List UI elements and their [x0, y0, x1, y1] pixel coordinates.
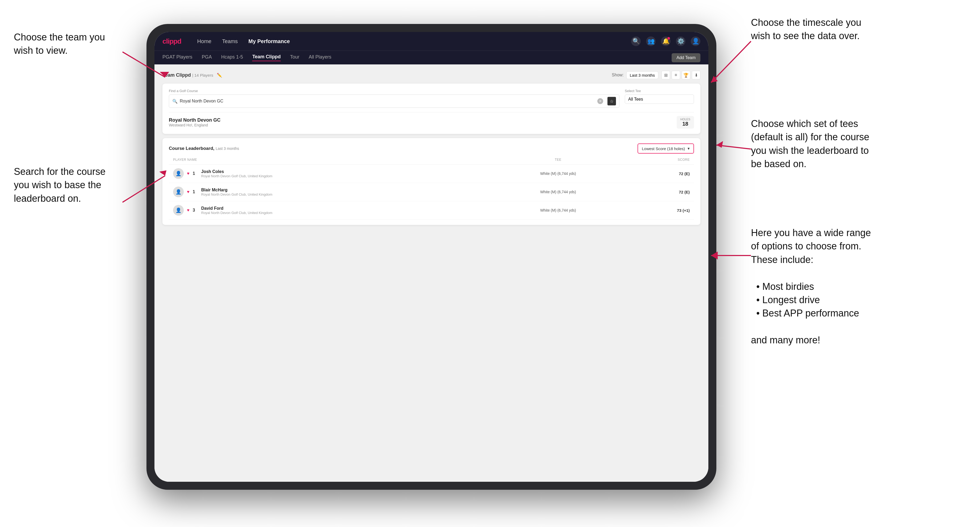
search-card: Find a Golf Course 🔍 ✕ ☆ Select Tee All … — [162, 84, 700, 134]
player-info-3: David Ford Royal North Devon Golf Club, … — [201, 206, 272, 215]
annotation-top-left: Choose the team you wish to view. — [14, 30, 105, 57]
player-club-2: Royal North Devon Golf Club, United King… — [201, 192, 272, 197]
team-title: Team Clippd | 14 Players ✏️ — [162, 72, 612, 78]
tabs-bar: PGAT Players PGA Hcaps 1-5 Team Clippd T… — [154, 51, 708, 64]
player-score-2: 72 (E) — [663, 190, 690, 194]
trophy-view-btn[interactable]: 🏆 — [682, 71, 690, 79]
avatar-2: 👤 — [173, 187, 184, 197]
tab-hcaps[interactable]: Hcaps 1-5 — [221, 54, 243, 61]
tab-pgat-players[interactable]: PGAT Players — [162, 54, 192, 61]
user-avatar-btn[interactable]: 👤 — [691, 37, 700, 46]
course-result: Royal North Devon GC Westward Ho!, Engla… — [169, 112, 694, 129]
nav-link-teams[interactable]: Teams — [222, 38, 238, 44]
player-score-1: 72 (E) — [663, 171, 690, 176]
leaderboard-card: Course Leaderboard, Last 3 months Lowest… — [162, 138, 700, 225]
rank-1: 1 — [193, 171, 198, 176]
leaderboard-title: Course Leaderboard, Last 3 months — [169, 146, 638, 151]
player-tee-3: White (M) (6,744 yds) — [453, 208, 663, 213]
heart-icon-1[interactable]: ♥ — [187, 171, 189, 176]
show-dropdown[interactable]: Last 3 months — [626, 71, 658, 79]
tab-pga[interactable]: PGA — [202, 54, 212, 61]
svg-line-6 — [716, 145, 751, 149]
player-club-3: Royal North Devon Golf Club, United King… — [201, 211, 272, 215]
tablet-device: clippd Home Teams My Performance 🔍 👥 🔔 ⚙… — [146, 24, 716, 490]
nav-link-myperformance[interactable]: My Performance — [248, 38, 290, 44]
chevron-down-icon: ▾ — [687, 146, 690, 151]
tab-tour[interactable]: Tour — [290, 54, 299, 61]
player-left-2: 👤 ♥ 1 Blair McHarg Royal North Devon Gol… — [173, 187, 453, 197]
table-header: PLAYER NAME TEE SCORE — [169, 158, 694, 165]
team-count: | 14 Players — [192, 73, 213, 78]
search-icon-btn[interactable]: 🔍 — [631, 37, 641, 46]
rank-3: 3 — [193, 208, 198, 213]
annotation-top-right: Choose the timescale you wish to see the… — [751, 16, 861, 43]
notification-badge — [667, 37, 670, 40]
tablet-screen: clippd Home Teams My Performance 🔍 👥 🔔 ⚙… — [154, 32, 708, 482]
player-left-1: 👤 ♥ 1 Josh Coles Royal North Devon Golf … — [173, 168, 453, 179]
player-name-2: Blair McHarg — [201, 187, 272, 192]
annotation-middle-left: Search for the course you wish to base t… — [14, 165, 105, 205]
tab-team-clippd[interactable]: Team Clippd — [252, 54, 281, 61]
search-right: Select Tee All Tees White (M) Yellow (M)… — [625, 89, 694, 104]
table-row: 👤 ♥ 1 Blair McHarg Royal North Devon Gol… — [169, 183, 694, 201]
content-area: Team Clippd | 14 Players ✏️ Show: Last 3… — [154, 64, 708, 482]
download-btn[interactable]: ⬇ — [692, 71, 700, 79]
leaderboard-subtitle: Last 3 months — [216, 146, 239, 151]
svg-line-4 — [711, 41, 751, 83]
player-club-1: Royal North Devon Golf Club, United King… — [201, 174, 272, 178]
settings-icon-btn[interactable]: ⚙️ — [676, 37, 686, 46]
player-score-3: 73 (+1) — [663, 208, 690, 213]
search-row: Find a Golf Course 🔍 ✕ ☆ Select Tee All … — [169, 89, 694, 108]
avatar-1: 👤 — [173, 168, 184, 179]
col-score: SCORE — [663, 158, 690, 162]
svg-marker-7 — [716, 141, 723, 148]
annotation-middle-right: Choose which set of tees (default is all… — [751, 117, 869, 171]
view-icons: ⊞ ≡ 🏆 ⬇ — [662, 71, 700, 79]
player-tee-2: White (M) (6,744 yds) — [453, 190, 663, 194]
heart-icon-2[interactable]: ♥ — [187, 189, 189, 194]
logo: clippd — [162, 37, 181, 46]
table-row: 👤 ♥ 1 Josh Coles Royal North Devon Golf … — [169, 165, 694, 183]
annotation-bottom-right: Here you have a wide range of options to… — [751, 226, 871, 347]
holes-label: Holes — [680, 117, 690, 121]
search-label: Find a Golf Course — [169, 89, 619, 93]
heart-icon-3[interactable]: ♥ — [187, 208, 189, 213]
player-name-1: Josh Coles — [201, 169, 272, 174]
rank-2: 1 — [193, 189, 198, 194]
player-info-1: Josh Coles Royal North Devon Golf Club, … — [201, 169, 272, 178]
show-label: Show: — [612, 73, 624, 78]
list-view-btn[interactable]: ≡ — [671, 71, 680, 79]
add-team-button[interactable]: Add Team — [671, 53, 700, 62]
leaderboard-header: Course Leaderboard, Last 3 months Lowest… — [169, 143, 694, 154]
tab-all-players[interactable]: All Players — [309, 54, 331, 61]
notification-icon-btn[interactable]: 🔔 — [661, 37, 671, 46]
avatar-3: 👤 — [173, 205, 184, 216]
search-input-container[interactable]: 🔍 ✕ ☆ — [169, 94, 619, 108]
course-info: Royal North Devon GC Westward Ho!, Engla… — [169, 117, 677, 127]
clear-search-button[interactable]: ✕ — [597, 98, 603, 104]
favorite-button[interactable]: ☆ — [608, 97, 616, 105]
tee-select[interactable]: All Tees White (M) Yellow (M) Red (L) — [625, 94, 694, 104]
tee-label: Select Tee — [625, 89, 694, 93]
search-icon: 🔍 — [172, 99, 178, 104]
holes-box: Holes 18 — [677, 116, 694, 129]
team-header: Team Clippd | 14 Players ✏️ Show: Last 3… — [162, 71, 700, 79]
player-info-2: Blair McHarg Royal North Devon Golf Club… — [201, 187, 272, 197]
search-left: Find a Golf Course 🔍 ✕ ☆ — [169, 89, 619, 108]
edit-icon[interactable]: ✏️ — [217, 73, 222, 78]
grid-view-btn[interactable]: ⊞ — [662, 71, 670, 79]
people-icon-btn[interactable]: 👥 — [646, 37, 655, 46]
player-tee-1: White (M) (6,744 yds) — [453, 171, 663, 176]
score-dropdown[interactable]: Lowest Score (18 holes) ▾ — [638, 143, 694, 154]
player-left-3: 👤 ♥ 3 David Ford Royal North Devon Golf … — [173, 205, 453, 216]
nav-bar: clippd Home Teams My Performance 🔍 👥 🔔 ⚙… — [154, 32, 708, 51]
search-input[interactable] — [180, 99, 595, 103]
col-tee: TEE — [453, 158, 663, 162]
holes-value: 18 — [680, 121, 690, 127]
col-player-name: PLAYER NAME — [173, 158, 453, 162]
player-name-3: David Ford — [201, 206, 272, 211]
course-location: Westward Ho!, England — [169, 123, 677, 127]
course-name: Royal North Devon GC — [169, 117, 677, 123]
nav-icons: 🔍 👥 🔔 ⚙️ 👤 — [631, 37, 700, 46]
nav-link-home[interactable]: Home — [197, 38, 212, 44]
